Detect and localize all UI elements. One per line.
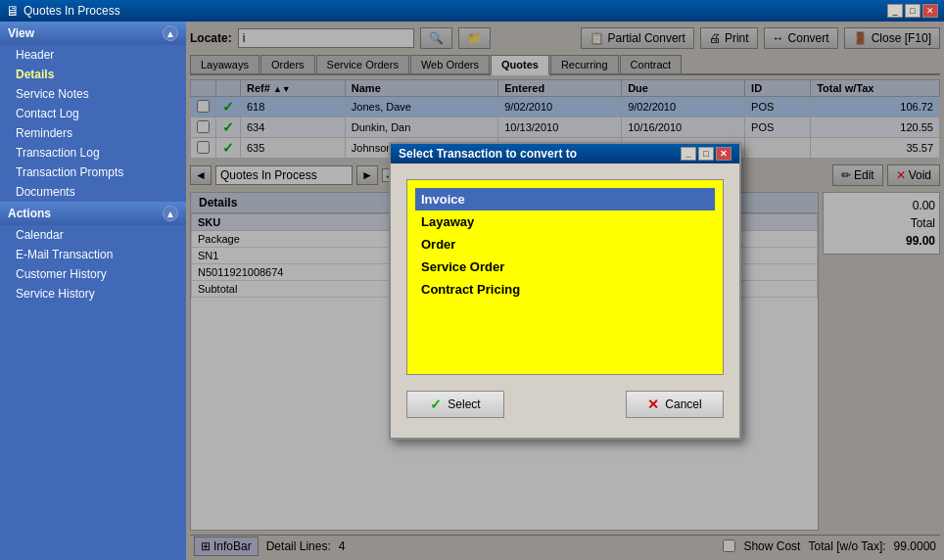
maximize-button[interactable]: □ (905, 4, 920, 18)
modal-buttons: ✓ Select ✕ Cancel (406, 387, 724, 422)
sidebar-item-service-history[interactable]: Service History (0, 284, 186, 303)
sidebar-item-documents[interactable]: Documents (0, 182, 186, 202)
sidebar-item-calendar[interactable]: Calendar (0, 225, 186, 245)
modal-title: Select Transaction to convert to (399, 147, 577, 161)
modal-content: Invoice Layaway Order Service Order Cont… (391, 163, 739, 438)
cancel-x-icon: ✕ (647, 397, 659, 412)
modal-overlay: Select Transaction to convert to _ □ ✕ I… (186, 22, 944, 560)
list-item-service-order[interactable]: Service Order (415, 256, 715, 278)
list-item-layaway[interactable]: Layaway (415, 210, 715, 233)
sidebar: View ▲ Header Details Service Notes Cont… (0, 22, 186, 560)
sidebar-item-contact-log[interactable]: Contact Log (0, 104, 186, 123)
list-item-order[interactable]: Order (415, 233, 715, 256)
modal-controls: _ □ ✕ (681, 147, 732, 161)
sidebar-item-email-transaction[interactable]: E-Mail Transaction (0, 245, 186, 264)
select-checkmark-icon: ✓ (430, 397, 442, 412)
content-area: Locate: 🔍 📁 📋 Partial Convert 🖨 Print ↔ … (186, 22, 944, 560)
modal-maximize-button[interactable]: □ (698, 147, 714, 161)
minimize-button[interactable]: _ (887, 4, 903, 18)
sidebar-item-customer-history[interactable]: Customer History (0, 264, 186, 284)
list-item-invoice[interactable]: Invoice (415, 188, 715, 210)
sidebar-item-transaction-prompts[interactable]: Transaction Prompts (0, 163, 186, 182)
transaction-type-list: Invoice Layaway Order Service Order Cont… (406, 179, 724, 375)
sidebar-item-header[interactable]: Header (0, 45, 186, 65)
modal-close-button[interactable]: ✕ (716, 147, 732, 161)
actions-section-header: Actions ▲ (0, 202, 186, 225)
sidebar-item-transaction-log[interactable]: Transaction Log (0, 143, 186, 163)
sidebar-item-service-notes[interactable]: Service Notes (0, 84, 186, 104)
window-title: Quotes In Process (24, 4, 120, 18)
view-collapse-icon[interactable]: ▲ (163, 25, 178, 41)
actions-collapse-icon[interactable]: ▲ (163, 206, 178, 221)
close-button[interactable]: ✕ (922, 4, 938, 18)
select-button[interactable]: ✓ Select (406, 391, 504, 418)
view-section-header: View ▲ (0, 22, 186, 45)
cancel-button[interactable]: ✕ Cancel (626, 391, 724, 418)
modal-minimize-button[interactable]: _ (681, 147, 696, 161)
window-controls: _ □ ✕ (887, 4, 938, 18)
sidebar-item-details[interactable]: Details (0, 65, 186, 84)
title-bar: 🖥 Quotes In Process _ □ ✕ (0, 0, 944, 22)
app-icon: 🖥 (6, 3, 20, 19)
list-item-contract-pricing[interactable]: Contract Pricing (415, 278, 715, 301)
select-transaction-modal: Select Transaction to convert to _ □ ✕ I… (389, 142, 741, 440)
sidebar-item-reminders[interactable]: Reminders (0, 123, 186, 143)
modal-title-bar: Select Transaction to convert to _ □ ✕ (391, 144, 739, 163)
